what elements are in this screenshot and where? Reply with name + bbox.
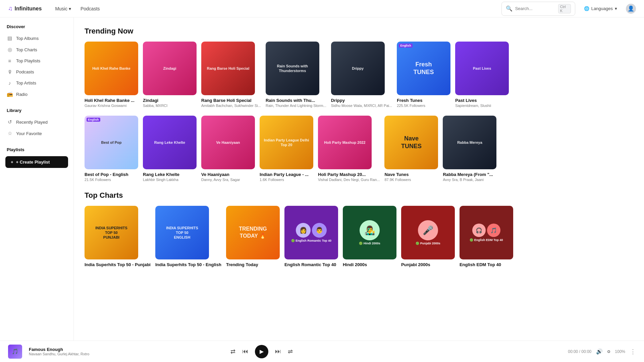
- search-box[interactable]: 🔍 Ctrl K: [501, 2, 575, 16]
- trending-r2-card-5[interactable]: NaveTUNES Nave Tunes 87.9K Followers: [384, 116, 438, 182]
- player-thumbnail: 🎵: [8, 345, 22, 359]
- volume-icon[interactable]: 🔊: [596, 348, 603, 355]
- sidebar-item-top-artists[interactable]: ♪ Top Artists: [0, 77, 73, 88]
- player-right: 00:00 / 00:00 🔊 100% ⋮: [568, 348, 636, 355]
- badge-english: English: [399, 44, 413, 48]
- radio-icon: 📻: [7, 91, 13, 97]
- logo-icon: ♫: [8, 5, 13, 12]
- trending-card-4[interactable]: Drippy Drippy Sidhu Moose Wala, MXRCI, A…: [331, 42, 392, 108]
- trending-card-3[interactable]: Rain Sounds with Thunderstorms Rain Soun…: [266, 42, 326, 108]
- chart-card-4[interactable]: 👨‍🎤 🟢 Hindi 2000s Hindi 2000s: [343, 206, 396, 267]
- nav-links: Music ▾ Podcasts: [51, 4, 104, 13]
- app-name: Infinitunes: [15, 6, 42, 12]
- trending-row-2: English Best of Pop Best of Pop - Englis…: [85, 116, 633, 182]
- trending-title: Trending Now: [85, 27, 633, 36]
- chart-card-2[interactable]: TRENDINGTODAY 🔥 Trending Today: [226, 206, 280, 267]
- trending-r2-card-3[interactable]: Indian Party League Delhi Top 20 Indian …: [260, 116, 313, 182]
- library-title: Library: [0, 105, 73, 116]
- chart-card-6[interactable]: 🎧 🎵 🟢 English EDM Top 40 English EDM Top…: [460, 206, 513, 267]
- search-input[interactable]: [515, 6, 555, 11]
- top-charts-section: Top Charts INDIA SUPERHITSTOP 50PUNJABI …: [85, 191, 633, 267]
- nav-right: 🔍 Ctrl K 🌐 Languages ▾ 👤: [501, 2, 636, 16]
- trending-r2-card-6[interactable]: Rabba Mereya Rabba Mereya (From "... Avv…: [443, 116, 496, 182]
- badge-english-2: English: [87, 118, 100, 122]
- user-avatar[interactable]: 👤: [626, 4, 636, 14]
- trending-card-6[interactable]: Past Lives Past Lives Sapientdream, Slus…: [455, 42, 509, 108]
- recently-played-icon: ↺: [7, 119, 13, 125]
- avatar-icon: 👤: [628, 5, 634, 12]
- languages-icon: 🌐: [584, 6, 589, 11]
- previous-button[interactable]: ⏮: [242, 348, 248, 355]
- plus-icon: +: [11, 160, 13, 165]
- player-bar: 🎵 Famous Enough Navaan Sandhu, Gurlej Ak…: [0, 341, 644, 362]
- create-playlist-button[interactable]: + + Create Playlist: [5, 156, 68, 168]
- albums-icon: ▤: [7, 35, 13, 41]
- main-layout: Discover ▤ Top Albums ◎ Top Charts ≡ Top…: [0, 17, 644, 341]
- trending-r2-card-2[interactable]: Ve Haaniyaan Ve Haaniyaan Danny, Avvy Sr…: [201, 116, 255, 182]
- search-icon: 🔍: [506, 5, 513, 12]
- shuffle-button[interactable]: ⇌: [288, 348, 293, 355]
- charts-icon: ◎: [7, 47, 13, 53]
- podcasts-icon: 🎙: [7, 69, 13, 75]
- discover-title: Discover: [0, 24, 73, 33]
- logo[interactable]: ♫ Infinitunes: [8, 5, 42, 12]
- sidebar-item-podcasts[interactable]: 🎙 Podcasts: [0, 66, 73, 77]
- sidebar-item-recently-played[interactable]: ↺ Recently Played: [0, 116, 73, 128]
- play-pause-button[interactable]: ▶: [255, 345, 268, 358]
- favorite-icon: ☆: [7, 130, 13, 136]
- sidebar: Discover ▤ Top Albums ◎ Top Charts ≡ Top…: [0, 17, 74, 341]
- player-track-title: Famous Enough: [29, 347, 89, 352]
- chevron-down-icon: ▾: [615, 6, 617, 11]
- player-info: Famous Enough Navaan Sandhu, Gurlej Akht…: [29, 347, 89, 356]
- chart-card-1[interactable]: INDIA SUPERHITSTOP 50ENGLISH India Super…: [155, 206, 221, 267]
- time-display: 00:00 / 00:00: [568, 349, 591, 354]
- search-shortcut: Ctrl K: [558, 4, 571, 13]
- top-charts-title: Top Charts: [85, 191, 633, 200]
- chart-card-0[interactable]: INDIA SUPERHITSTOP 50PUNJABI India Super…: [85, 206, 151, 267]
- sidebar-item-radio[interactable]: 📻 Radio: [0, 88, 73, 100]
- repeat-button[interactable]: ⇄: [230, 348, 235, 355]
- sidebar-item-top-playlists[interactable]: ≡ Top Playlists: [0, 55, 73, 66]
- chart-card-5[interactable]: 🎤 🟢 Punjabi 2000s Punjabi 2000s: [401, 206, 455, 267]
- trending-card-1[interactable]: Zindagi Zindagi Sabba, MXRCI: [143, 42, 197, 108]
- trending-r2-card-0[interactable]: English Best of Pop Best of Pop - Englis…: [85, 116, 138, 182]
- trending-section: Trending Now Holi Khel Rahe Banke Holi K…: [85, 27, 633, 182]
- next-button[interactable]: ⏭: [275, 348, 281, 355]
- podcasts-nav-link[interactable]: Podcasts: [76, 4, 104, 13]
- languages-button[interactable]: 🌐 Languages ▾: [581, 4, 621, 13]
- topnav: ♫ Infinitunes Music ▾ Podcasts 🔍 Ctrl K …: [0, 0, 644, 17]
- volume-indicator: [607, 350, 610, 353]
- trending-row-1: Holi Khel Rahe Banke Holi Khel Rahe Bank…: [85, 42, 633, 108]
- main-content: Trending Now Holi Khel Rahe Banke Holi K…: [74, 17, 644, 341]
- chart-card-3[interactable]: 👩 👨 🟢 English Romantic Top 40 English Ro…: [284, 206, 338, 267]
- player-controls: ⇄ ⏮ ▶ ⏭ ⇌: [230, 345, 293, 358]
- volume-percent: 100%: [615, 349, 625, 354]
- trending-card-2[interactable]: Rang Barse Holi Special Rang Barse Holi …: [201, 42, 261, 108]
- sidebar-item-top-albums[interactable]: ▤ Top Albums: [0, 33, 73, 44]
- player-artist: Navaan Sandhu, Gurlej Akhtar, Rxtro: [29, 352, 89, 356]
- sidebar-item-your-favorite[interactable]: ☆ Your Favorite: [0, 128, 73, 139]
- top-charts-row: INDIA SUPERHITSTOP 50PUNJABI India Super…: [85, 206, 633, 267]
- artists-icon: ♪: [7, 80, 13, 86]
- music-nav-link[interactable]: Music ▾: [51, 4, 75, 13]
- trending-card-5[interactable]: English FreshTUNES Fresh Tunes 225.5K Fo…: [397, 42, 450, 108]
- more-options-button[interactable]: ⋮: [630, 348, 636, 355]
- trending-r2-card-4[interactable]: Holi Party Mashup 2022 Holi Party Mashup…: [318, 116, 380, 182]
- trending-card-0[interactable]: Holi Khel Rahe Banke Holi Khel Rahe Bank…: [85, 42, 138, 108]
- playlists-title: Playlists: [0, 144, 73, 154]
- sidebar-item-top-charts[interactable]: ◎ Top Charts: [0, 44, 73, 55]
- trending-r2-card-1[interactable]: Rang Leke Khelte Rang Leke Khelte Lakhbi…: [143, 116, 197, 182]
- playlists-icon: ≡: [7, 58, 13, 64]
